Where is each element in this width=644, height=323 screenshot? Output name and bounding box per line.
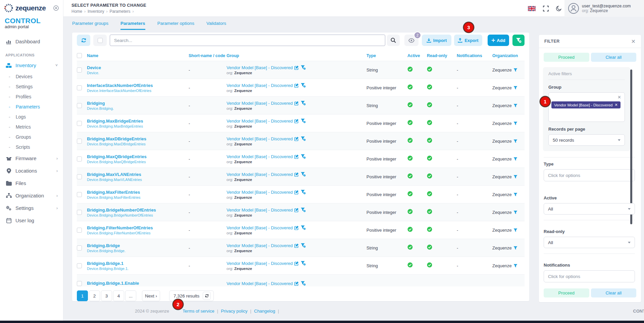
filter-by-group-icon[interactable] (301, 207, 306, 212)
filter-by-organization-icon[interactable] (513, 122, 517, 125)
filter-by-group-icon[interactable] (301, 281, 306, 286)
moon-icon[interactable] (556, 6, 562, 11)
group-link[interactable]: Vendor Model [Base] - Discovered (227, 243, 293, 248)
sidebar-subitem[interactable]: Parameters (0, 102, 63, 112)
filter-by-group-icon[interactable] (301, 119, 306, 123)
row-checkbox[interactable] (77, 85, 82, 90)
tab[interactable]: Validators (206, 21, 226, 30)
row-checkbox[interactable] (77, 156, 82, 162)
page-button[interactable]: ... (125, 290, 136, 301)
remove-chip-icon[interactable]: ✕ (615, 103, 618, 107)
filter-by-group-icon[interactable] (301, 101, 306, 105)
type-filter-input[interactable] (544, 169, 635, 181)
user-menu[interactable]: user_test@zequenze.com org: Zequenze (564, 0, 644, 17)
parameter-name-link[interactable]: Bridging.Bridge.1.Enable (87, 281, 189, 286)
column-header-notifications[interactable]: Notifications (457, 53, 492, 58)
edit-group-icon[interactable] (294, 207, 299, 212)
proceed-button-top[interactable]: Proceed (544, 53, 589, 62)
filter-by-organization-icon[interactable] (513, 193, 517, 196)
row-checkbox[interactable] (77, 121, 82, 126)
edit-group-icon[interactable] (294, 281, 299, 286)
next-page-button[interactable]: Next › (142, 290, 160, 301)
select-all-checkbox[interactable] (98, 38, 103, 43)
parameter-name-link[interactable]: Bridging.MaxFilterEntries (87, 190, 189, 195)
filter-by-organization-icon[interactable] (513, 86, 517, 90)
refresh-button[interactable] (77, 35, 90, 46)
sidebar-item-files[interactable]: Files (0, 177, 63, 189)
edit-group-icon[interactable] (294, 136, 299, 141)
edit-group-icon[interactable] (294, 172, 299, 177)
open-filter-button[interactable] (512, 35, 525, 46)
flag-uk-icon[interactable] (528, 6, 536, 11)
export-button[interactable]: Export (454, 35, 482, 46)
group-link[interactable]: Vendor Model [Base] - Discovered (227, 261, 293, 266)
column-header-readonly[interactable]: Read-only (427, 53, 457, 58)
parameter-path-link[interactable]: Device.Bridging.MaxVLANEntries (87, 178, 189, 182)
tab[interactable]: Parameters (120, 21, 145, 30)
breadcrumb-item[interactable]: Parameters (109, 9, 134, 14)
row-checkbox[interactable] (77, 103, 82, 108)
group-link[interactable]: Vendor Model [Base] - Discovered (227, 136, 293, 141)
page-button[interactable]: 3 (101, 290, 112, 301)
filter-by-group-icon[interactable] (301, 172, 306, 177)
filter-by-group-icon[interactable] (301, 65, 306, 70)
parameter-name-link[interactable]: Bridging.Bridge (87, 243, 189, 248)
results-refresh-icon[interactable] (203, 292, 211, 300)
edit-group-icon[interactable] (294, 190, 299, 194)
parameter-name-link[interactable]: Bridging.MaxDBridgeEntries (87, 136, 189, 141)
clear-group-icon[interactable]: ✕ (617, 95, 621, 100)
row-checkbox[interactable] (77, 281, 82, 286)
header-checkbox[interactable] (77, 53, 82, 58)
filter-by-organization-icon[interactable] (513, 264, 517, 268)
filter-by-group-icon[interactable] (301, 261, 306, 266)
group-multiselect[interactable]: ✕ Vendor Model [Base] - Discovered ✕ (548, 92, 625, 122)
page-button[interactable]: 1 (77, 290, 88, 301)
group-link[interactable]: Vendor Model [Base] - Discovered (227, 190, 293, 195)
row-checkbox[interactable] (77, 263, 82, 268)
parameter-path-link[interactable]: Device.Bridging.Bridge.1. (87, 267, 189, 271)
clear-all-button-bottom[interactable]: Clear all (591, 288, 637, 297)
search-button[interactable] (387, 35, 400, 46)
parameter-name-link[interactable]: Bridging.MaxBridgeEntries (87, 119, 189, 124)
parameter-path-link[interactable]: Device.Bridging.MaxBridgeEntries (87, 124, 189, 128)
parameter-path-link[interactable]: Device.Bridging.MaxFilterEntries (87, 195, 189, 199)
filter-by-group-icon[interactable] (301, 136, 306, 141)
group-link[interactable]: Vendor Model [Base] - Discovered (227, 154, 293, 159)
sidebar-collapse-icon[interactable] (53, 5, 59, 11)
sidebar-subitem[interactable]: Devices (0, 72, 63, 82)
group-link[interactable]: Vendor Model [Base] - Discovered (227, 65, 293, 70)
row-checkbox[interactable] (77, 245, 82, 250)
edit-group-icon[interactable] (294, 65, 299, 70)
sidebar-subitem[interactable]: Metrics (0, 122, 63, 132)
footer-link[interactable]: Changelog (254, 309, 282, 314)
filter-by-group-icon[interactable] (301, 154, 306, 159)
sidebar-subitem[interactable]: Profiles (0, 92, 63, 102)
column-header-organization[interactable]: Organization (492, 53, 525, 58)
edit-group-icon[interactable] (294, 101, 299, 105)
column-header-active[interactable]: Active (407, 53, 427, 58)
filter-by-group-icon[interactable] (301, 225, 306, 230)
parameter-path-link[interactable]: Device.Bridging.MaxQBridgeEntries (87, 160, 189, 164)
sidebar-subitem[interactable]: Scripts (0, 142, 63, 152)
parameter-path-link[interactable]: Device.Bridging.FilterNumberOfEntries (87, 231, 189, 235)
filter-by-organization-icon[interactable] (513, 175, 517, 179)
edit-group-icon[interactable] (294, 119, 299, 123)
filter-by-organization-icon[interactable] (513, 104, 517, 107)
filter-by-organization-icon[interactable] (513, 228, 517, 232)
column-visibility-button[interactable]: 2 (404, 35, 418, 46)
parameter-path-link[interactable]: Device.InterfaceStackNumberOfEntries (87, 89, 189, 93)
sidebar-subitem[interactable]: Settings (0, 82, 63, 92)
filter-by-group-icon[interactable] (301, 190, 306, 194)
column-header-shortname[interactable]: Short-name / code (189, 53, 227, 58)
parameter-path-link[interactable]: Device.Bridging.Bridge. (87, 249, 189, 253)
group-link[interactable]: Vendor Model [Base] - Discovered (227, 281, 293, 286)
sidebar-item-organization[interactable]: Organization › (0, 189, 63, 202)
footer-link[interactable]: Terms of service (183, 309, 221, 314)
row-checkbox[interactable] (77, 192, 82, 197)
sidebar-subitem[interactable]: Groups (0, 132, 63, 142)
parameter-name-link[interactable]: Device (87, 65, 189, 70)
parameter-path-link[interactable]: Device.Bridging. (87, 106, 189, 110)
row-checkbox[interactable] (77, 174, 82, 179)
group-link[interactable]: Vendor Model [Base] - Discovered (227, 207, 293, 213)
add-button[interactable]: Add (488, 35, 509, 46)
